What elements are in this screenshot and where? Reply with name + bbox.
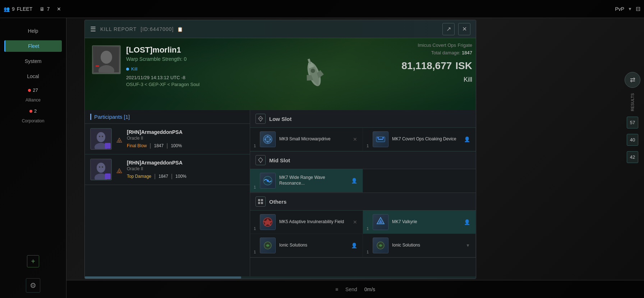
- victim-details: [LOST]morlin1 Warp Scramble Strength: 0 …: [126, 45, 199, 87]
- low-slot-item-2-name: MK7 Covert Ops Cloaking Device: [392, 136, 460, 142]
- isk-label: ISK: [455, 60, 472, 71]
- svg-point-17: [97, 163, 105, 173]
- victim-avatar: [92, 45, 121, 74]
- kill-datetime: 2021/11/29 14:13:12 UTC -8: [126, 75, 199, 80]
- low-slot-items: 1 MK9 Small Microwarpdrive ✕: [250, 128, 476, 151]
- corp-info: 2: [29, 108, 37, 114]
- pvp-label: PvP: [615, 6, 624, 12]
- alliance-dot: [28, 89, 31, 92]
- others-item-4-name: Ionic Solutions: [392, 243, 462, 248]
- fleet-people-icon: 👥: [4, 6, 10, 12]
- sidebar-help[interactable]: Help: [4, 25, 62, 37]
- mid-slot-section: Mid Slot 1 MK7: [250, 152, 476, 193]
- low-slot-item-2[interactable]: 1 MK7 Covert Ops Cloaking Device: [363, 128, 476, 151]
- participant-1-info: [RHN]ArmageddonPSA Oracle II Final Blow …: [127, 129, 244, 149]
- fleet-count: 9: [12, 6, 15, 12]
- svg-point-25: [382, 137, 384, 139]
- mid-slot-item-1[interactable]: 1 MK7 Wide Range Wave Resonance... 👤: [250, 169, 363, 193]
- top-bar-right: PvP ▼ ⊟: [615, 5, 640, 12]
- others-item-4-info: Ionic Solutions: [392, 243, 462, 248]
- others-item-3[interactable]: 1 Ionic Solutions 👤: [250, 234, 363, 257]
- participant-1-ship: Oracle II: [127, 136, 244, 141]
- close-top-item[interactable]: ✕: [57, 6, 61, 12]
- others-item-4-chevron[interactable]: ▼: [466, 243, 470, 248]
- close-panel-button[interactable]: ✕: [458, 23, 470, 35]
- mid-slot-item-1-info: MK7 Wide Range Wave Resonance...: [279, 175, 348, 186]
- participants-count: [1]: [124, 114, 130, 120]
- stat-sep-4: |: [171, 173, 172, 180]
- sidebar-help-label: Help: [28, 28, 38, 34]
- low-slot-item-1-close[interactable]: ✕: [353, 136, 357, 142]
- valkyrie-icon-svg: [375, 217, 386, 227]
- low-slot-item-1-qty: 1: [254, 144, 256, 148]
- right-side-panel: ⇄ RESULTS 57 40 42: [625, 72, 640, 163]
- bottom-menu-btn[interactable]: ≡: [335, 286, 338, 292]
- participant-2-ship: Oracle II: [127, 166, 244, 171]
- others-header: Others: [250, 193, 476, 211]
- close-panel-icon: ✕: [462, 26, 467, 32]
- sidebar-fleet-label: Fleet: [28, 43, 39, 49]
- mid-slot-item-1-person: 👤: [351, 178, 357, 184]
- others-section: Others 1 MK5 Adaptive Invulnera: [250, 193, 476, 258]
- top-bar: 👥 9 FLEET 🖥 7 ✕ PvP ▼ ⊟: [0, 0, 644, 18]
- mid-slot-header: Mid Slot: [250, 152, 476, 169]
- others-item-1-info: MK5 Adaptive Invulnerability Field: [279, 219, 349, 225]
- low-slot-title: Low Slot: [269, 116, 292, 122]
- settings-button[interactable]: ⚙: [26, 278, 40, 293]
- sidebar-local[interactable]: Local: [4, 71, 62, 82]
- others-item-3-info: Ionic Solutions: [279, 243, 348, 248]
- others-item-4-icon: [373, 238, 388, 253]
- others-item-3-name: Ionic Solutions: [279, 243, 348, 248]
- sidebar-local-label: Local: [27, 73, 39, 79]
- participant-row-2[interactable]: ⟁ [RHN]ArmageddonPSA Oracle II Top Damag…: [85, 154, 250, 185]
- others-item-1-name: MK5 Adaptive Invulnerability Field: [279, 219, 349, 225]
- kill-indicator-label: Kill: [131, 66, 137, 72]
- others-item-1-icon: [260, 214, 276, 230]
- export-button[interactable]: ↗: [442, 23, 455, 35]
- low-slot-item-1-info: MK9 Small Microwarpdrive: [279, 136, 349, 142]
- svg-point-1: [101, 51, 112, 64]
- scroll-progress[interactable]: [250, 276, 476, 279]
- window-item[interactable]: 🖥 7: [40, 6, 50, 12]
- others-item-2[interactable]: 1 MK7 Valkyrie 👤: [363, 211, 476, 234]
- others-item-1-close[interactable]: ✕: [353, 219, 357, 225]
- svg-point-27: [267, 180, 269, 182]
- mid-slot-svg: [257, 157, 264, 163]
- svg-point-20: [102, 166, 103, 168]
- add-icon[interactable]: +: [27, 255, 39, 267]
- others-item-4[interactable]: 1 Ionic Solutions ▼: [363, 234, 476, 257]
- others-item-1[interactable]: 1 MK5 Adaptive Invulnerability Field ✕: [250, 211, 363, 234]
- others-item-2-person: 👤: [464, 219, 470, 225]
- others-items: 1 MK5 Adaptive Invulnerability Field ✕: [250, 211, 476, 257]
- participant-1-avatar: [90, 128, 112, 150]
- corp-count: 2: [34, 108, 37, 114]
- mid-slot-items: 1 MK7 Wide Range Wave Resonance... 👤: [250, 169, 476, 193]
- bottom-bar: ≡ Send 0m/s: [66, 280, 644, 298]
- filter-icon[interactable]: ⊟: [636, 5, 640, 12]
- stat-42: 42: [627, 151, 638, 163]
- mid-slot-item-1-qty: 1: [254, 185, 256, 189]
- settings-icon[interactable]: ⚙: [26, 278, 40, 293]
- send-button[interactable]: Send: [345, 286, 357, 292]
- low-slot-item-1[interactable]: 1 MK9 Small Microwarpdrive ✕: [250, 128, 363, 151]
- svg-point-12: [97, 132, 105, 142]
- svg-point-24: [377, 137, 379, 139]
- export-icon: ↗: [446, 26, 451, 32]
- low-slot-item-1-icon: [260, 131, 276, 147]
- stat-40: 40: [627, 134, 638, 146]
- fleet-item[interactable]: 👥 9 FLEET: [4, 6, 32, 12]
- copy-icon[interactable]: 📋: [177, 27, 183, 32]
- others-item-2-info: MK7 Valkyrie: [392, 219, 460, 225]
- swap-button[interactable]: ⇄: [625, 72, 640, 88]
- ionic-solutions-1-icon-svg: [262, 240, 273, 251]
- participant-row[interactable]: ⟁ [RHN]ArmageddonPSA Oracle II Final Blo…: [85, 124, 250, 154]
- sidebar-fleet[interactable]: Fleet: [4, 40, 62, 52]
- total-damage-value: 1847: [462, 50, 472, 55]
- pvp-dropdown-icon[interactable]: ▼: [628, 6, 632, 12]
- menu-icon[interactable]: ☰: [90, 25, 96, 33]
- sidebar-system[interactable]: System: [4, 55, 62, 67]
- participant-2-stat-label: Top Damage: [127, 174, 151, 179]
- add-button[interactable]: +: [27, 255, 39, 267]
- others-item-2-qty: 1: [367, 226, 369, 231]
- swap-icon: ⇄: [630, 76, 635, 84]
